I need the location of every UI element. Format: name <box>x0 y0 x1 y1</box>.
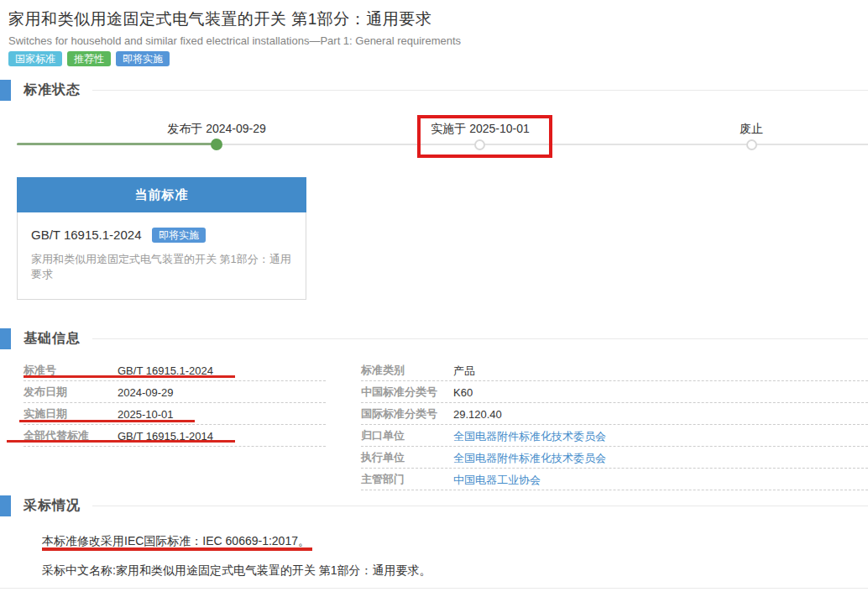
badge: 国家标准 <box>8 51 62 66</box>
section-marker-icon <box>0 80 11 101</box>
info-row: 发布日期2024-09-29 <box>24 381 326 403</box>
status-badge: 即将实施 <box>152 228 206 243</box>
timeline-dot-abolished-icon <box>746 139 757 150</box>
standard-code: GB/T 16915.1-2024 <box>31 228 141 242</box>
basic-info-table-right: 标准类别产品中国标准分类号K60国际标准分类号29.120.40归口单位全国电器… <box>361 359 868 490</box>
info-row: 标准类别产品 <box>361 359 868 381</box>
basic-info-table-left: 标准号GB/T 16915.1-2024发布日期2024-09-29实施日期20… <box>24 359 326 447</box>
annotation-underline-replaced-standard <box>7 440 235 443</box>
info-value: 2025-10-01 <box>118 408 174 421</box>
info-label: 国际标准分类号 <box>361 403 453 424</box>
status-timeline: 发布于 2024-09-29 实施于 2025-10-01 废止 <box>0 109 868 170</box>
info-value-link[interactable]: 全国电器附件标准化技术委员会 <box>453 452 606 464</box>
info-value-link[interactable]: 中国电器工业协会 <box>453 474 541 486</box>
timeline-dot-published-icon <box>211 139 222 150</box>
info-label: 标准类别 <box>361 359 453 380</box>
info-row: 标准号GB/T 16915.1-2024 <box>24 359 326 381</box>
info-label: 执行单位 <box>361 447 453 468</box>
info-label: 中国标准分类号 <box>361 381 453 402</box>
timeline-progress <box>17 143 217 145</box>
annotation-box-effective-date <box>417 115 552 158</box>
section-divider <box>92 338 868 339</box>
timeline-label-abolished: 废止 <box>740 122 763 137</box>
info-value: 29.120.40 <box>453 408 502 421</box>
info-label: 主管部门 <box>361 469 453 490</box>
info-row: 归口单位全国电器附件标准化技术委员会 <box>361 425 868 447</box>
info-row: 执行单位全国电器附件标准化技术委员会 <box>361 447 868 469</box>
section-marker-icon <box>0 495 11 516</box>
info-row: 全部代替标准GB/T 16915.1-2014 <box>24 425 326 447</box>
info-value: K60 <box>453 386 473 399</box>
section-standard-status: 标准状态 <box>0 80 868 101</box>
section-divider <box>92 90 868 91</box>
adoption-chinese-name: 采标中文名称:家用和类似用途固定式电气装置的开关 第1部分：通用要求。 <box>42 563 431 579</box>
badge: 即将实施 <box>116 51 170 66</box>
info-row: 中国标准分类号K60 <box>361 381 868 403</box>
page-subtitle-en: Switches for household and similar fixed… <box>8 34 461 47</box>
card-header: 当前标准 <box>17 177 306 212</box>
info-label: 归口单位 <box>361 425 453 446</box>
badge-row: 国家标准推荐性即将实施 <box>8 51 170 66</box>
annotation-underline-standard-number <box>24 375 235 378</box>
section-heading: 基础信息 <box>24 330 81 348</box>
info-value-link[interactable]: 全国电器附件标准化技术委员会 <box>453 430 606 443</box>
info-value: 2024-09-29 <box>118 386 174 399</box>
section-adoption: 采标情况 <box>0 495 868 516</box>
info-label: 全部代替标准 <box>24 425 118 446</box>
section-heading: 标准状态 <box>24 81 81 99</box>
current-standard-card[interactable]: 当前标准 GB/T 16915.1-2024 即将实施 家用和类似用途固定式电气… <box>17 177 306 300</box>
bottom-divider <box>0 588 868 589</box>
annotation-underline-iec-standard <box>42 547 312 551</box>
section-basic-info: 基础信息 <box>0 328 868 349</box>
card-body: GB/T 16915.1-2024 即将实施 家用和类似用途固定式电气装置的开关… <box>17 212 306 300</box>
section-marker-icon <box>0 328 11 349</box>
timeline-label-published: 发布于 2024-09-29 <box>167 122 266 137</box>
standard-detail-page: 家用和类似用途固定式电气装置的开关 第1部分：通用要求 Switches for… <box>0 0 868 592</box>
section-divider <box>92 506 868 506</box>
info-row: 主管部门中国电器工业协会 <box>361 469 868 490</box>
card-code-row: GB/T 16915.1-2024 即将实施 <box>31 227 292 243</box>
section-heading: 采标情况 <box>24 497 81 515</box>
annotation-underline-effective-date <box>19 420 195 422</box>
standard-description: 家用和类似用途固定式电气装置的开关 第1部分：通用要求 <box>31 252 292 282</box>
info-value: 产品 <box>453 364 475 377</box>
badge: 推荐性 <box>67 51 111 66</box>
info-row: 国际标准分类号29.120.40 <box>361 403 868 425</box>
info-label: 发布日期 <box>24 381 118 402</box>
page-title: 家用和类似用途固定式电气装置的开关 第1部分：通用要求 <box>8 8 431 30</box>
